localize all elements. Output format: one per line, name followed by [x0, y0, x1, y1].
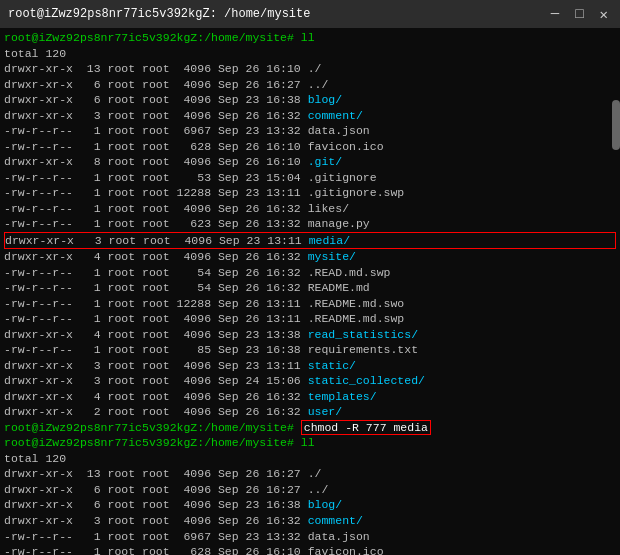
scrollbar-thumb[interactable]: [612, 100, 620, 150]
terminal-line: -rw-r--r-- 1 root root 12288 Sep 26 13:1…: [4, 296, 616, 312]
window-controls[interactable]: ─ □ ✕: [547, 6, 612, 23]
terminal-line: drwxr-xr-x 6 root root 4096 Sep 26 16:27…: [4, 482, 616, 498]
terminal-line: -rw-r--r-- 1 root root 54 Sep 26 16:32 R…: [4, 280, 616, 296]
terminal-line: root@iZwz92ps8nr77ic5v392kgZ:/home/mysit…: [4, 420, 616, 436]
terminal-line: root@iZwz92ps8nr77ic5v392kgZ:/home/mysit…: [4, 435, 616, 451]
terminal-line: drwxr-xr-x 8 root root 4096 Sep 26 16:10…: [4, 154, 616, 170]
terminal-line: -rw-r--r-- 1 root root 85 Sep 23 16:38 r…: [4, 342, 616, 358]
terminal-line: total 120: [4, 451, 616, 467]
terminal-line: drwxr-xr-x 6 root root 4096 Sep 23 16:38…: [4, 92, 616, 108]
terminal-line: -rw-r--r-- 1 root root 4096 Sep 26 16:32…: [4, 201, 616, 217]
terminal-window: root@iZwz92ps8nr77ic5v392kgZ: /home/mysi…: [0, 0, 620, 555]
terminal-line: drwxr-xr-x 6 root root 4096 Sep 26 16:27…: [4, 77, 616, 93]
terminal-line: drwxr-xr-x 3 root root 4096 Sep 26 16:32…: [4, 108, 616, 124]
minimize-button[interactable]: ─: [547, 6, 563, 23]
terminal-line: drwxr-xr-x 4 root root 4096 Sep 26 16:32…: [4, 249, 616, 265]
terminal-line: drwxr-xr-x 3 root root 4096 Sep 23 13:11…: [4, 358, 616, 374]
terminal-line: total 120: [4, 46, 616, 62]
terminal-line: -rw-r--r-- 1 root root 54 Sep 26 16:32 .…: [4, 265, 616, 281]
maximize-button[interactable]: □: [571, 6, 587, 23]
terminal-line: -rw-r--r-- 1 root root 12288 Sep 23 13:1…: [4, 185, 616, 201]
window-title: root@iZwz92ps8nr77ic5v392kgZ: /home/mysi…: [8, 7, 310, 21]
terminal-line: drwxr-xr-x 6 root root 4096 Sep 23 16:38…: [4, 497, 616, 513]
terminal-line: -rw-r--r-- 1 root root 623 Sep 26 13:32 …: [4, 216, 616, 232]
terminal-line: drwxr-xr-x 3 root root 4096 Sep 23 13:11…: [4, 232, 616, 250]
terminal-line: -rw-r--r-- 1 root root 6967 Sep 23 13:32…: [4, 529, 616, 545]
titlebar: root@iZwz92ps8nr77ic5v392kgZ: /home/mysi…: [0, 0, 620, 28]
terminal-line: drwxr-xr-x 3 root root 4096 Sep 24 15:06…: [4, 373, 616, 389]
terminal-line: drwxr-xr-x 3 root root 4096 Sep 26 16:32…: [4, 513, 616, 529]
terminal-line: drwxr-xr-x 2 root root 4096 Sep 26 16:32…: [4, 404, 616, 420]
terminal-line: -rw-r--r-- 1 root root 628 Sep 26 16:10 …: [4, 544, 616, 555]
terminal-line: -rw-r--r-- 1 root root 53 Sep 23 15:04 .…: [4, 170, 616, 186]
close-button[interactable]: ✕: [596, 6, 612, 23]
terminal-line: drwxr-xr-x 13 root root 4096 Sep 26 16:1…: [4, 61, 616, 77]
terminal-line: drwxr-xr-x 4 root root 4096 Sep 23 13:38…: [4, 327, 616, 343]
terminal-line: -rw-r--r-- 1 root root 628 Sep 26 16:10 …: [4, 139, 616, 155]
terminal-line: drwxr-xr-x 13 root root 4096 Sep 26 16:2…: [4, 466, 616, 482]
terminal-line: drwxr-xr-x 4 root root 4096 Sep 26 16:32…: [4, 389, 616, 405]
terminal-line: root@iZwz92ps8nr77ic5v392kgZ:/home/mysit…: [4, 30, 616, 46]
terminal-line: -rw-r--r-- 1 root root 6967 Sep 23 13:32…: [4, 123, 616, 139]
terminal-line: -rw-r--r-- 1 root root 4096 Sep 26 13:11…: [4, 311, 616, 327]
terminal-output[interactable]: root@iZwz92ps8nr77ic5v392kgZ:/home/mysit…: [0, 28, 620, 555]
